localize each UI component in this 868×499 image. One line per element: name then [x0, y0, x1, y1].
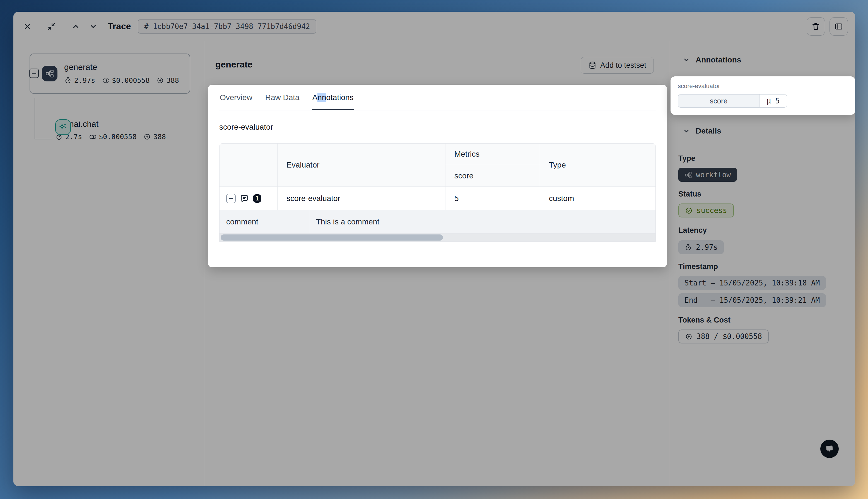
score-evaluator-card: score-evaluator score μ 5	[671, 76, 855, 115]
header-type: Type	[540, 144, 655, 186]
comment-icon	[240, 194, 249, 203]
table-row: 1 score-evaluator 5 custom	[219, 187, 655, 210]
annotations-table: Evaluator Metrics score Type 1	[219, 143, 656, 242]
comment-count-badge: 1	[253, 194, 261, 203]
row-tools: 1	[219, 187, 278, 210]
header-metric-score: score	[445, 165, 540, 186]
comment-button[interactable]	[240, 194, 249, 203]
trace-drawer-window: Trace # 1cbb70e7-34a1-7bb7-3498-771b7d46…	[13, 12, 855, 486]
table-header: Evaluator Metrics score Type	[219, 144, 655, 187]
cell-evaluator: score-evaluator	[278, 187, 445, 210]
tab-overview[interactable]: Overview	[219, 85, 253, 110]
header-select-column	[219, 144, 278, 186]
row-checkbox-indeterminate[interactable]	[226, 194, 236, 203]
tab-annotations[interactable]: Annotations	[312, 85, 354, 110]
tab-raw-data-label: Raw Data	[265, 93, 300, 102]
metric-name: score	[678, 95, 760, 107]
comment-row: comment This is a comment	[219, 210, 655, 234]
tab-annotations-label: Annotations	[312, 93, 354, 102]
comment-label: comment	[219, 210, 309, 233]
annotations-tab-card: Overview Raw Data Annotations score-eval…	[208, 85, 667, 267]
evaluator-section-title: score-evaluator	[219, 123, 656, 132]
header-evaluator: Evaluator	[278, 144, 445, 186]
cell-type: custom	[540, 187, 655, 210]
score-metric-pill[interactable]: score μ 5	[678, 94, 787, 108]
horizontal-scrollbar	[219, 234, 655, 241]
minus-icon	[229, 198, 233, 199]
metric-value: μ 5	[760, 95, 787, 107]
header-metrics: Metrics	[445, 144, 540, 165]
tab-raw-data[interactable]: Raw Data	[265, 85, 300, 110]
comment-text: This is a comment	[309, 210, 655, 233]
scrollbar-thumb[interactable]	[221, 234, 443, 241]
tab-overview-label: Overview	[220, 93, 252, 102]
tab-bar: Overview Raw Data Annotations	[219, 85, 656, 110]
cell-score: 5	[445, 187, 540, 210]
text-selection-highlight: nn	[317, 93, 326, 102]
score-evaluator-label: score-evaluator	[678, 83, 855, 90]
